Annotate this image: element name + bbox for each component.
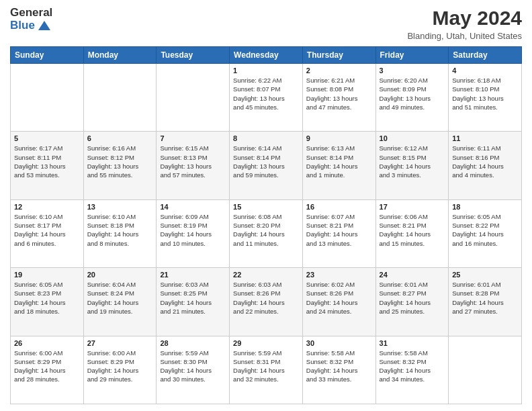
- month-title: May 2024: [407, 7, 522, 30]
- logo-general: General: [10, 7, 52, 19]
- logo: General Blue: [10, 7, 52, 32]
- calendar-header-row: SundayMondayTuesdayWednesdayThursdayFrid…: [11, 47, 522, 64]
- calendar-cell: 25Sunrise: 6:01 AM Sunset: 8:28 PM Dayli…: [449, 268, 522, 336]
- day-number: 18: [452, 203, 518, 211]
- calendar-cell: 14Sunrise: 6:09 AM Sunset: 8:19 PM Dayli…: [157, 199, 230, 267]
- day-number: 28: [160, 339, 226, 347]
- day-number: 14: [160, 203, 226, 211]
- calendar-cell: 2Sunrise: 6:21 AM Sunset: 8:08 PM Daylig…: [302, 64, 375, 132]
- day-number: 26: [14, 339, 80, 347]
- calendar-week-row: 5Sunrise: 6:17 AM Sunset: 8:11 PM Daylig…: [11, 132, 522, 199]
- calendar-cell: 15Sunrise: 6:08 AM Sunset: 8:20 PM Dayli…: [230, 199, 303, 267]
- day-number: 29: [233, 339, 299, 347]
- day-info: Sunrise: 6:20 AM Sunset: 8:09 PM Dayligh…: [380, 76, 445, 111]
- day-info: Sunrise: 6:17 AM Sunset: 8:11 PM Dayligh…: [14, 144, 80, 179]
- day-info: Sunrise: 6:16 AM Sunset: 8:12 PM Dayligh…: [87, 144, 153, 179]
- day-info: Sunrise: 6:08 AM Sunset: 8:20 PM Dayligh…: [233, 212, 299, 248]
- calendar-header-monday: Monday: [83, 47, 157, 64]
- day-number: 8: [233, 134, 299, 142]
- calendar-cell: 19Sunrise: 6:05 AM Sunset: 8:23 PM Dayli…: [11, 268, 84, 336]
- calendar-cell: 7Sunrise: 6:15 AM Sunset: 8:13 PM Daylig…: [157, 132, 230, 199]
- calendar-cell: 31Sunrise: 5:58 AM Sunset: 8:32 PM Dayli…: [375, 336, 449, 404]
- day-info: Sunrise: 6:03 AM Sunset: 8:25 PM Dayligh…: [160, 280, 226, 316]
- calendar-header-tuesday: Tuesday: [157, 47, 230, 64]
- calendar-header-friday: Friday: [375, 47, 449, 64]
- day-info: Sunrise: 6:00 AM Sunset: 8:29 PM Dayligh…: [14, 349, 80, 384]
- day-number: 27: [87, 339, 153, 347]
- calendar-cell: [11, 64, 84, 132]
- logo-blue: Blue: [10, 19, 52, 32]
- calendar-cell: [157, 64, 230, 132]
- day-info: Sunrise: 6:10 AM Sunset: 8:17 PM Dayligh…: [14, 212, 80, 248]
- day-info: Sunrise: 6:21 AM Sunset: 8:08 PM Dayligh…: [306, 76, 372, 111]
- day-info: Sunrise: 6:02 AM Sunset: 8:26 PM Dayligh…: [306, 280, 372, 316]
- day-number: 19: [14, 271, 80, 279]
- day-number: 2: [306, 66, 372, 75]
- calendar-cell: 29Sunrise: 5:59 AM Sunset: 8:31 PM Dayli…: [230, 336, 303, 404]
- calendar-cell: 4Sunrise: 6:18 AM Sunset: 8:10 PM Daylig…: [449, 64, 522, 132]
- day-info: Sunrise: 6:06 AM Sunset: 8:21 PM Dayligh…: [380, 212, 445, 248]
- calendar-cell: 16Sunrise: 6:07 AM Sunset: 8:21 PM Dayli…: [302, 199, 375, 267]
- calendar-cell: 20Sunrise: 6:04 AM Sunset: 8:24 PM Dayli…: [83, 268, 157, 336]
- day-number: 7: [160, 134, 226, 142]
- svg-marker-0: [38, 21, 50, 30]
- calendar-cell: 13Sunrise: 6:10 AM Sunset: 8:18 PM Dayli…: [83, 199, 157, 267]
- day-number: 23: [306, 271, 372, 279]
- calendar-cell: [83, 64, 157, 132]
- header: General Blue May 2024 Blanding, Utah, Un…: [10, 7, 522, 41]
- calendar-cell: 30Sunrise: 5:58 AM Sunset: 8:32 PM Dayli…: [302, 336, 375, 404]
- day-number: 13: [87, 203, 153, 211]
- day-info: Sunrise: 6:12 AM Sunset: 8:15 PM Dayligh…: [380, 144, 445, 179]
- day-number: 3: [380, 66, 445, 75]
- calendar-cell: 26Sunrise: 6:00 AM Sunset: 8:29 PM Dayli…: [11, 336, 84, 404]
- day-number: 24: [380, 271, 445, 279]
- calendar-cell: 18Sunrise: 6:05 AM Sunset: 8:22 PM Dayli…: [449, 199, 522, 267]
- calendar-cell: 24Sunrise: 6:01 AM Sunset: 8:27 PM Dayli…: [375, 268, 449, 336]
- page: General Blue May 2024 Blanding, Utah, Un…: [0, 0, 532, 411]
- calendar-cell: 17Sunrise: 6:06 AM Sunset: 8:21 PM Dayli…: [375, 199, 449, 267]
- day-info: Sunrise: 6:04 AM Sunset: 8:24 PM Dayligh…: [87, 280, 153, 316]
- day-info: Sunrise: 5:59 AM Sunset: 8:30 PM Dayligh…: [160, 349, 226, 384]
- day-number: 10: [380, 134, 445, 142]
- calendar-cell: 5Sunrise: 6:17 AM Sunset: 8:11 PM Daylig…: [11, 132, 84, 199]
- day-number: 6: [87, 134, 153, 142]
- calendar-cell: 21Sunrise: 6:03 AM Sunset: 8:25 PM Dayli…: [157, 268, 230, 336]
- day-info: Sunrise: 6:09 AM Sunset: 8:19 PM Dayligh…: [160, 212, 226, 248]
- day-number: 21: [160, 271, 226, 279]
- calendar-cell: 27Sunrise: 6:00 AM Sunset: 8:29 PM Dayli…: [83, 336, 157, 404]
- calendar-header-wednesday: Wednesday: [230, 47, 303, 64]
- calendar-cell: [449, 336, 522, 404]
- calendar-cell: 10Sunrise: 6:12 AM Sunset: 8:15 PM Dayli…: [375, 132, 449, 199]
- calendar-cell: 3Sunrise: 6:20 AM Sunset: 8:09 PM Daylig…: [375, 64, 449, 132]
- day-number: 31: [380, 339, 445, 347]
- day-info: Sunrise: 6:03 AM Sunset: 8:26 PM Dayligh…: [233, 280, 299, 316]
- day-info: Sunrise: 6:10 AM Sunset: 8:18 PM Dayligh…: [87, 212, 153, 248]
- day-number: 22: [233, 271, 299, 279]
- calendar-table: SundayMondayTuesdayWednesdayThursdayFrid…: [10, 46, 522, 404]
- day-info: Sunrise: 6:14 AM Sunset: 8:14 PM Dayligh…: [233, 144, 299, 179]
- calendar-cell: 6Sunrise: 6:16 AM Sunset: 8:12 PM Daylig…: [83, 132, 157, 199]
- calendar-cell: 9Sunrise: 6:13 AM Sunset: 8:14 PM Daylig…: [302, 132, 375, 199]
- day-number: 12: [14, 203, 80, 211]
- day-info: Sunrise: 6:22 AM Sunset: 8:07 PM Dayligh…: [233, 76, 299, 111]
- calendar-cell: 11Sunrise: 6:11 AM Sunset: 8:16 PM Dayli…: [449, 132, 522, 199]
- day-info: Sunrise: 6:05 AM Sunset: 8:23 PM Dayligh…: [14, 280, 80, 316]
- day-info: Sunrise: 6:11 AM Sunset: 8:16 PM Dayligh…: [452, 144, 518, 179]
- day-info: Sunrise: 5:58 AM Sunset: 8:32 PM Dayligh…: [380, 349, 445, 384]
- title-block: May 2024 Blanding, Utah, United States: [407, 7, 522, 41]
- day-info: Sunrise: 6:18 AM Sunset: 8:10 PM Dayligh…: [452, 76, 518, 111]
- day-number: 9: [306, 134, 372, 142]
- calendar-cell: 8Sunrise: 6:14 AM Sunset: 8:14 PM Daylig…: [230, 132, 303, 199]
- logo-icon: [38, 21, 50, 30]
- calendar-header-thursday: Thursday: [302, 47, 375, 64]
- day-number: 16: [306, 203, 372, 211]
- day-number: 17: [380, 203, 445, 211]
- day-info: Sunrise: 6:01 AM Sunset: 8:28 PM Dayligh…: [452, 280, 518, 316]
- calendar-header-saturday: Saturday: [449, 47, 522, 64]
- day-info: Sunrise: 6:00 AM Sunset: 8:29 PM Dayligh…: [87, 349, 153, 384]
- calendar-header-sunday: Sunday: [11, 47, 84, 64]
- location: Blanding, Utah, United States: [407, 31, 522, 41]
- day-number: 11: [452, 134, 518, 142]
- calendar-week-row: 26Sunrise: 6:00 AM Sunset: 8:29 PM Dayli…: [11, 336, 522, 404]
- calendar-week-row: 12Sunrise: 6:10 AM Sunset: 8:17 PM Dayli…: [11, 199, 522, 267]
